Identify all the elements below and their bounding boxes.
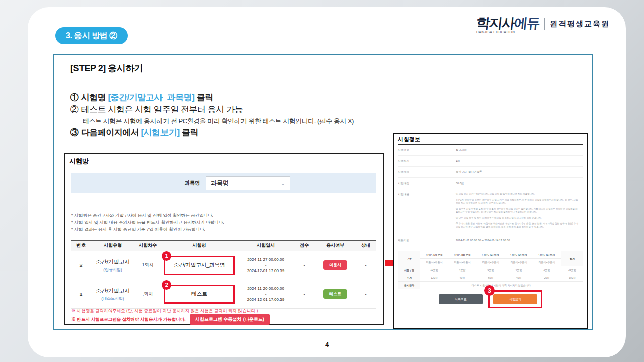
difficulty-header-row: 구분 난이도(A) 문제 난이도(B) 문제 난이도(C) 문제 난이도(D) … <box>398 251 583 259</box>
cell-round: ,회차 <box>135 280 161 308</box>
subject-select-value: 과목명 <box>211 179 229 188</box>
diff-subheader: 객관식+주관식 <box>476 259 505 266</box>
callout-badge-3: 3 <box>484 285 495 296</box>
diff-subheader: 객관식+주관식 <box>420 259 448 266</box>
diff-subheader: 객관식+주관식 <box>533 259 561 266</box>
instructions: ① 시험명 [중간/기말고사_과목명] 클릭 ② 테스트 시험은 시험 일주일 … <box>70 92 354 139</box>
info-row: 시험유형 정규시험 <box>398 145 583 156</box>
status-badge-not-taken[interactable]: 미응시 <box>323 260 347 270</box>
cell-status: 미응시 <box>315 251 355 280</box>
diff-value: 60점 <box>476 274 505 282</box>
info-row: 시험차시 1차 <box>398 156 583 167</box>
logo: 학지사에듀 HAKJISA EDUCATION 원격평생교육원 <box>476 14 610 34</box>
content-paragraph: ② PC가 강제/오류 종료된 경우에도 시험 시간은 계속 진행되므로, 바로… <box>456 199 579 205</box>
info-label: 시험배점 <box>398 182 456 185</box>
difficulty-table: 구분 난이도(A) 문제 난이도(B) 문제 난이도(C) 문제 난이도(D) … <box>398 251 583 289</box>
exam-name-link-highlighted[interactable]: 1 중간/기말고사_과목명 <box>164 256 235 275</box>
manual-install-button[interactable]: 시험프로그램 수동설치 (다운로드) <box>190 314 270 325</box>
diff-value: 12문항 <box>420 266 448 274</box>
cell-round: 1회차 <box>135 251 161 280</box>
instruction-3-suffix: 클릭 <box>180 128 198 137</box>
diff-total: 26문항 <box>561 266 583 274</box>
cell-state: - <box>355 280 376 308</box>
cell-name: 1 중간/기말고사_과목명 <box>161 251 237 280</box>
exam-info-screenshot: 시험정보 시험유형 정규시험 시험차시 1차 시험제목 중간고사_정신건강론 시… <box>393 133 588 329</box>
cell-type: 중간/기말고사 (정규시험) <box>91 251 135 280</box>
note-line: * 시험방은 중간고사와 기말고사에 응시 및 진행 일정 확인하는 공간입니다… <box>71 212 376 219</box>
col-header-state: 상태 <box>355 240 376 251</box>
info-row: 시험배점 30.0점 <box>398 178 583 189</box>
subject-select[interactable]: 과목명 ⌄ <box>206 176 290 190</box>
warning-2-text: ※ 반드시 시험프로그램을 설치해야 시험응시가 가능합니다. <box>71 317 186 323</box>
exam-name-text: 테스트 <box>191 290 207 298</box>
exam-room-warning-1: ※ 시험명을 클릭하여주세요.(단, 시험 종료일이 지난 응시하지 않은 시험… <box>71 308 258 314</box>
info-label: 제출기간 <box>398 239 456 242</box>
cell-no: 1 <box>71 280 91 308</box>
difficulty-subheader-row: 객관식+주관식 객관식+주관식 객관식+주관식 객관식+주관식 객관식+주관식 <box>398 259 583 266</box>
diff-value: 40점 <box>505 274 533 282</box>
instruction-line-3: ③ 다음페이지에서 [시험보기] 클릭 <box>70 127 354 139</box>
back-to-list-button[interactable]: 목록으로 <box>439 294 483 304</box>
info-label: 시험제목 <box>398 170 456 174</box>
cell-date: 2024-11-20 00:00:00 - 2024-12-01 17:00:5… <box>237 280 294 308</box>
content-paragraph: ④ 낮은 시험 점수 및 개인 사정으로는 재시험 및 추가시험 응시 사유가 … <box>456 217 579 220</box>
info-label: 시험차시 <box>398 159 456 163</box>
exam-list-table: 번호 시험유형 시험차수 시험명 시험일시 점수 응시여부 상태 2 중간 <box>71 240 376 309</box>
exam-content-paragraphs: ① 시험 응시 시간은 60분입니다. 시험 시작 후 60분이 지나면 자동 … <box>456 193 579 231</box>
diff-value: 120점 <box>420 274 448 282</box>
diff-subheader: 객관식+주관식 <box>448 259 476 266</box>
take-exam-button[interactable]: 시험보기 <box>493 294 537 304</box>
exam-room-notes: * 시험방은 중간고사와 기말고사에 응시 및 진행 일정 확인하는 공간입니다… <box>71 206 376 233</box>
step-title: [STEP 2] 응시하기 <box>70 62 143 74</box>
diff-row-label: 응시결과 <box>398 282 420 289</box>
exam-info-body: 시험유형 정규시험 시험차시 1차 시험제목 중간고사_정신건강론 시험배점 3… <box>398 144 583 308</box>
instruction-1-highlight: [중간/기말고사_과목명] <box>108 93 194 102</box>
status-badge-test[interactable]: 테스트 <box>323 289 347 299</box>
diff-col-b: 난이도(B) 문제 <box>448 251 476 259</box>
chevron-down-icon: ⌄ <box>281 180 285 187</box>
diff-result-text: 테스트 시험이거나 시험이 아직 치러지지 않았습니다. <box>420 282 583 289</box>
cell-score: - <box>294 251 315 280</box>
exam-type-sub: (정규시험) <box>91 267 135 273</box>
info-label: 시험내용 <box>398 193 456 231</box>
diff-group-label: 구분 <box>398 251 420 266</box>
callout-badge-1: 1 <box>162 251 171 261</box>
callout-badge-2: 2 <box>162 280 171 290</box>
info-row-period: 제출기간 2024-11-11 00:00:00 ~ 2024-11-14 17… <box>398 235 583 246</box>
exam-date-sep: - <box>237 262 294 268</box>
note-line: * 시험 일시 및 시험 내용 주의사항 등을 반드시 확인하시고 응시하시기 … <box>71 219 376 226</box>
content-paragraph: ⑤ 추가시험은 공결 사유에 해당하는 학습자만을 대상으로 합니다.(예: 출… <box>456 222 579 229</box>
cell-date: 2024-11-27 00:00:00 - 2024-12-01 17:00:5… <box>237 251 294 280</box>
exam-date-end: 2024-12-01 17:00:59 <box>237 268 294 274</box>
exam-type-sub: (테스트시험) <box>91 296 135 301</box>
instruction-1-prefix: ① 시험명 <box>70 93 108 102</box>
col-header-date: 시험일시 <box>237 240 294 251</box>
note-line: * 시험 결과는 응시 후 시험 종료일 기준 7일 이후에 확인이 가능합니다… <box>71 226 376 233</box>
submit-period-value: 2024-11-11 00:00:00 ~ 2024-11-14 17:00:0… <box>456 239 510 242</box>
exam-type: 중간/기말고사 <box>91 287 135 295</box>
subject-filter-bar: 과목명 과목명 ⌄ <box>71 173 376 193</box>
info-value: 정규시험 <box>456 148 467 152</box>
exam-room-title: 시험방 <box>69 157 89 166</box>
diff-value: 6문항 <box>476 266 505 274</box>
cell-no: 2 <box>71 251 91 280</box>
instruction-line-2-sub: 테스트 시험은 시험에 응시하기 전 PC환경을 미리 확인하기 위한 테스트 … <box>70 116 354 127</box>
diff-col-e: 난이도(E) 문제 <box>533 251 561 259</box>
info-value: 1차 <box>456 159 460 163</box>
cell-state: - <box>355 251 376 280</box>
diff-value: 40점 <box>448 274 476 282</box>
cell-type: 중간/기말고사 (테스트시험) <box>91 280 135 308</box>
logo-brand-kr: 학지사 <box>475 16 515 31</box>
content-paragraph: ① 시험 응시 시간은 60분입니다. 시험 시작 후 60분이 지나면 자동 … <box>456 193 579 196</box>
info-label: 시험유형 <box>398 148 456 152</box>
exam-room-warning-2: ※ 반드시 시험프로그램을 설치해야 시험응시가 가능합니다. 시험프로그램 수… <box>71 314 270 325</box>
diff-value: 4문항 <box>505 266 533 274</box>
subject-filter-label: 과목명 <box>185 179 200 187</box>
content-paragraph: ③ 실수로 시험 문항을 풀지 않고 제출한 경우에도 재시험 응시는 불가합니… <box>456 208 579 214</box>
diff-total-label: 합계 <box>561 251 583 266</box>
table-row: 1 중간/기말고사 (테스트시험) ,회차 2 테스트 <box>71 280 376 308</box>
table-header-row: 번호 시험유형 시험차수 시험명 시험일시 점수 응시여부 상태 <box>71 240 376 251</box>
instruction-line-1: ① 시험명 [중간/기말고사_과목명] 클릭 <box>70 92 354 104</box>
exam-name-link-highlighted[interactable]: 2 테스트 <box>164 285 235 304</box>
exam-info-title: 시험정보 <box>398 136 420 143</box>
